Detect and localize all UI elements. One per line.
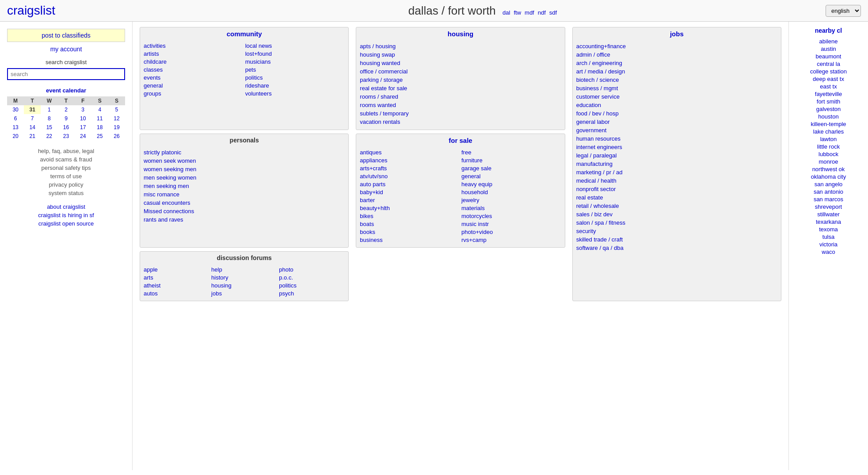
forum-link[interactable]: politics	[279, 282, 345, 289]
forum-link[interactable]: p.o.c.	[279, 274, 345, 281]
personals-link[interactable]: casual encounters	[144, 199, 345, 207]
for-sale-link[interactable]: appliances	[360, 157, 460, 164]
personals-link[interactable]: men seeking men	[144, 182, 345, 190]
for-sale-link[interactable]: boats	[360, 220, 460, 228]
nearby-city-link[interactable]: tulsa	[794, 233, 863, 241]
city-link-ftw[interactable]: ftw	[514, 9, 521, 16]
jobs-link[interactable]: sales / biz dev	[576, 210, 777, 218]
jobs-link[interactable]: internet engineers	[576, 143, 777, 151]
housing-link[interactable]: housing wanted	[360, 59, 561, 67]
forum-link[interactable]: psych	[279, 290, 345, 297]
personals-link[interactable]: women seek women	[144, 157, 345, 165]
calendar-day[interactable]: 9	[57, 114, 74, 123]
jobs-link[interactable]: education	[576, 101, 777, 109]
for-sale-link[interactable]: motorcycles	[461, 212, 561, 220]
jobs-link[interactable]: nonprofit sector	[576, 185, 777, 193]
jobs-link[interactable]: art / media / design	[576, 67, 777, 76]
city-link-dal[interactable]: dal	[503, 9, 510, 16]
nearby-city-link[interactable]: texarkana	[794, 218, 863, 226]
city-link-mdf[interactable]: mdf	[525, 9, 534, 16]
calendar-day[interactable]: 16	[57, 123, 74, 132]
city-link-ndf[interactable]: ndf	[538, 9, 546, 16]
jobs-link[interactable]: skilled trade / craft	[576, 235, 777, 244]
for-sale-link[interactable]: furniture	[461, 157, 561, 164]
about-link[interactable]: craigslist open source	[7, 220, 125, 227]
calendar-day[interactable]: 10	[75, 114, 91, 123]
nearby-city-link[interactable]: waco	[794, 248, 863, 256]
jobs-link[interactable]: arch / engineering	[576, 59, 777, 67]
nearby-city-link[interactable]: san angelo	[794, 180, 863, 188]
calendar-day[interactable]: 18	[91, 123, 108, 132]
for-sale-link[interactable]: heavy equip	[461, 180, 561, 188]
calendar-day[interactable]: 15	[41, 123, 57, 132]
calendar-day[interactable]: 7	[24, 114, 41, 123]
calendar-day[interactable]: 12	[108, 114, 125, 123]
personals-link[interactable]: misc romance	[144, 190, 345, 199]
nearby-city-link[interactable]: texoma	[794, 226, 863, 233]
forum-link[interactable]: history	[211, 274, 277, 281]
personals-link[interactable]: rants and raves	[144, 215, 345, 224]
jobs-link[interactable]: admin / office	[576, 50, 777, 59]
nearby-city-link[interactable]: shreveport	[794, 203, 863, 211]
nearby-city-link[interactable]: lake charles	[794, 128, 863, 135]
community-link[interactable]: local news	[245, 42, 345, 50]
calendar-day[interactable]: 14	[24, 123, 41, 132]
jobs-link[interactable]: accounting+finance	[576, 42, 777, 50]
help-link[interactable]: avoid scams & fraud	[7, 156, 125, 163]
help-link[interactable]: privacy policy	[7, 181, 125, 188]
calendar-day[interactable]: 24	[75, 132, 91, 141]
nearby-city-link[interactable]: galveston	[794, 105, 863, 113]
community-link[interactable]: groups	[144, 90, 244, 97]
nearby-city-link[interactable]: killeen-temple	[794, 120, 863, 128]
calendar-day[interactable]: 8	[41, 114, 57, 123]
jobs-link[interactable]: retail / wholesale	[576, 202, 777, 210]
for-sale-link[interactable]: baby+kid	[360, 188, 460, 196]
calendar-day[interactable]: 1	[41, 105, 57, 114]
jobs-link[interactable]: manufacturing	[576, 160, 777, 168]
community-link[interactable]: rideshare	[245, 82, 345, 89]
for-sale-link[interactable]: books	[360, 228, 460, 236]
post-classifieds-button[interactable]: post to classifieds	[7, 29, 125, 42]
community-link[interactable]: volunteers	[245, 90, 345, 97]
for-sale-link[interactable]: rvs+camp	[461, 236, 561, 244]
for-sale-link[interactable]: free	[461, 149, 561, 156]
calendar-day[interactable]: 22	[41, 132, 57, 141]
housing-link[interactable]: housing swap	[360, 50, 561, 59]
calendar-day[interactable]: 20	[7, 132, 24, 141]
calendar-day[interactable]: 3	[75, 105, 91, 114]
calendar-day[interactable]: 4	[91, 105, 108, 114]
help-link[interactable]: help, faq, abuse, legal	[7, 148, 125, 154]
housing-link[interactable]: office / commercial	[360, 67, 561, 76]
for-sale-link[interactable]: materials	[461, 204, 561, 212]
for-sale-link[interactable]: household	[461, 188, 561, 196]
for-sale-link[interactable]: jewelry	[461, 196, 561, 204]
jobs-link[interactable]: government	[576, 126, 777, 134]
jobs-link[interactable]: marketing / pr / ad	[576, 168, 777, 176]
housing-link[interactable]: apts / housing	[360, 42, 561, 50]
nearby-city-link[interactable]: lubbock	[794, 150, 863, 158]
calendar-day[interactable]: 2	[57, 105, 74, 114]
city-link-sdf[interactable]: sdf	[549, 9, 557, 16]
nearby-city-link[interactable]: oklahoma city	[794, 173, 863, 180]
calendar-day[interactable]: 13	[7, 123, 24, 132]
nearby-city-link[interactable]: little rock	[794, 143, 863, 150]
for-sale-link[interactable]: bikes	[360, 212, 460, 220]
calendar-day[interactable]: 6	[7, 114, 24, 123]
nearby-city-link[interactable]: northwest ok	[794, 165, 863, 173]
jobs-link[interactable]: human resources	[576, 134, 777, 143]
community-link[interactable]: politics	[245, 74, 345, 81]
nearby-city-link[interactable]: deep east tx	[794, 75, 863, 83]
for-sale-link[interactable]: photo+video	[461, 228, 561, 236]
community-link[interactable]: classes	[144, 66, 244, 73]
community-link[interactable]: events	[144, 74, 244, 81]
community-link[interactable]: activities	[144, 42, 244, 50]
forum-link[interactable]: atheist	[144, 282, 209, 289]
jobs-link[interactable]: real estate	[576, 193, 777, 202]
calendar-day[interactable]: 26	[108, 132, 125, 141]
forum-link[interactable]: apple	[144, 266, 209, 273]
nearby-city-link[interactable]: san antonio	[794, 188, 863, 195]
jobs-link[interactable]: security	[576, 227, 777, 235]
for-sale-link[interactable]: beauty+hlth	[360, 204, 460, 212]
jobs-link[interactable]: general labor	[576, 118, 777, 126]
community-link[interactable]: pets	[245, 66, 345, 73]
